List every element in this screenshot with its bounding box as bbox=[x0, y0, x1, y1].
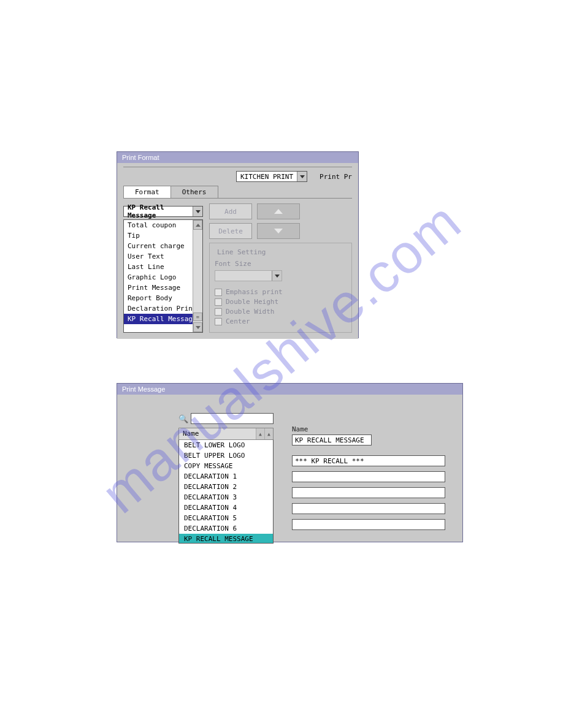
list-item[interactable]: Graphic Logo bbox=[124, 272, 193, 282]
double-height-checkbox[interactable] bbox=[215, 298, 222, 306]
message-line-1-input[interactable]: *** KP RECALL *** bbox=[292, 455, 445, 466]
search-icon: 🔍 bbox=[178, 414, 188, 423]
print-message-titlebar: Print Message bbox=[117, 384, 462, 395]
list-item[interactable]: Last Line bbox=[124, 262, 193, 272]
tab-format[interactable]: Format bbox=[123, 186, 171, 198]
list-item[interactable]: Print Message bbox=[124, 282, 193, 293]
name-column-header[interactable]: Name ▲ ▲ bbox=[178, 428, 274, 439]
print-format-window: Print Format KITCHEN PRINT Print Pr Form… bbox=[117, 151, 359, 338]
list-item[interactable]: Current charge bbox=[124, 241, 193, 251]
add-button[interactable]: Add bbox=[209, 203, 252, 219]
list-item[interactable]: DECLARATION 1 bbox=[179, 471, 273, 482]
name-input[interactable]: KP RECALL MESSAGE bbox=[292, 434, 372, 446]
double-width-label: Double Width bbox=[226, 308, 274, 316]
list-item[interactable]: Total coupon bbox=[124, 220, 193, 230]
sort-asc-icon[interactable]: ▲ bbox=[256, 428, 264, 439]
move-down-button[interactable] bbox=[257, 223, 300, 239]
delete-button[interactable]: Delete bbox=[209, 223, 252, 239]
line-setting-group: Line Setting Font Size Emphasis print Do… bbox=[209, 243, 352, 333]
message-line-5-input[interactable] bbox=[292, 519, 445, 530]
list-item[interactable]: KP RECALL MESSAGE bbox=[179, 534, 273, 544]
center-checkbox[interactable] bbox=[215, 318, 222, 325]
kitchen-print-value: KITCHEN PRINT bbox=[237, 172, 297, 181]
chevron-down-icon[interactable] bbox=[297, 172, 307, 181]
format-listbox: Total couponTipCurrent chargeUser TextLa… bbox=[123, 219, 203, 333]
format-item-combo-value: KP Recall Message bbox=[124, 207, 193, 216]
chevron-down-icon[interactable] bbox=[193, 207, 202, 216]
list-item[interactable]: BELT LOWER LOGO bbox=[179, 440, 273, 450]
list-item[interactable]: DECLARATION 4 bbox=[179, 502, 273, 513]
emphasis-label: Emphasis print bbox=[226, 288, 283, 296]
double-width-checkbox[interactable] bbox=[215, 308, 222, 316]
list-item[interactable]: KP Recall Message bbox=[124, 314, 193, 324]
print-message-title: Print Message bbox=[122, 385, 165, 393]
message-line-4-input[interactable] bbox=[292, 503, 445, 514]
list-item[interactable]: BELT UPPER LOGO bbox=[179, 450, 273, 461]
print-message-window: Print Message 🔍 Name ▲ ▲ BELT LOWER LOGO… bbox=[117, 383, 463, 542]
message-line-3-input[interactable] bbox=[292, 487, 445, 498]
print-preview-label: Print Pr bbox=[320, 173, 352, 181]
font-size-combo[interactable] bbox=[215, 270, 282, 281]
scrollbar[interactable]: = bbox=[193, 220, 202, 332]
scroll-down-icon[interactable] bbox=[193, 322, 202, 332]
double-height-label: Double Height bbox=[226, 298, 278, 306]
center-label: Center bbox=[226, 317, 250, 325]
message-line-2-input[interactable] bbox=[292, 471, 445, 482]
list-item[interactable]: DECLARATION 6 bbox=[179, 523, 273, 534]
sort-desc-icon[interactable]: ▲ bbox=[264, 428, 273, 439]
list-item[interactable]: Declaration Print bbox=[124, 303, 193, 314]
line-setting-title: Line Setting bbox=[215, 248, 268, 256]
font-size-label: Font Size bbox=[215, 260, 347, 268]
list-item[interactable]: COPY MESSAGE bbox=[179, 461, 273, 471]
tab-others[interactable]: Others bbox=[170, 186, 218, 198]
kitchen-print-combo[interactable]: KITCHEN PRINT bbox=[236, 171, 307, 182]
list-item[interactable]: Report Body bbox=[124, 293, 193, 303]
emphasis-checkbox[interactable] bbox=[215, 289, 222, 296]
name-field-label: Name bbox=[292, 425, 456, 433]
print-format-title: Print Format bbox=[122, 154, 159, 161]
list-item[interactable]: DECLARATION 5 bbox=[179, 513, 273, 523]
message-listbox: BELT LOWER LOGOBELT UPPER LOGOCOPY MESSA… bbox=[178, 439, 274, 544]
search-input[interactable] bbox=[191, 413, 274, 424]
print-format-titlebar: Print Format bbox=[117, 152, 358, 163]
scroll-up-icon[interactable] bbox=[193, 220, 202, 230]
format-item-combo[interactable]: KP Recall Message bbox=[123, 206, 203, 217]
scroll-thumb[interactable]: = bbox=[193, 313, 202, 321]
move-up-button[interactable] bbox=[257, 203, 300, 219]
list-item[interactable]: DECLARATION 3 bbox=[179, 492, 273, 502]
name-header-label: Name bbox=[179, 428, 256, 439]
chevron-down-icon[interactable] bbox=[272, 271, 282, 281]
list-item[interactable]: Tip bbox=[124, 230, 193, 241]
list-item[interactable]: DECLARATION 2 bbox=[179, 482, 273, 492]
list-item[interactable]: User Text bbox=[124, 251, 193, 262]
